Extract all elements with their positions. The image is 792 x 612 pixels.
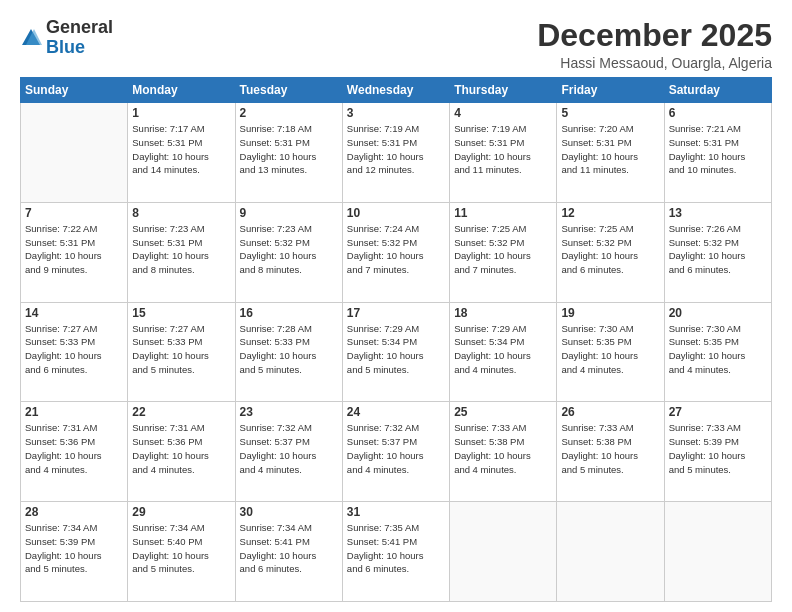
table-row: 1Sunrise: 7:17 AMSunset: 5:31 PMDaylight… [21,103,772,203]
table-cell: 24Sunrise: 7:32 AMSunset: 5:37 PMDayligh… [342,402,449,502]
day-number: 16 [240,306,338,320]
day-number: 21 [25,405,123,419]
col-monday: Monday [128,78,235,103]
logo-blue-text: Blue [46,37,85,57]
col-saturday: Saturday [664,78,771,103]
table-cell: 15Sunrise: 7:27 AMSunset: 5:33 PMDayligh… [128,302,235,402]
table-cell: 1Sunrise: 7:17 AMSunset: 5:31 PMDaylight… [128,103,235,203]
day-number: 30 [240,505,338,519]
day-info: Sunrise: 7:31 AMSunset: 5:36 PMDaylight:… [25,421,123,476]
table-cell [557,502,664,602]
table-cell: 21Sunrise: 7:31 AMSunset: 5:36 PMDayligh… [21,402,128,502]
day-number: 12 [561,206,659,220]
table-cell: 12Sunrise: 7:25 AMSunset: 5:32 PMDayligh… [557,202,664,302]
table-cell [450,502,557,602]
table-cell: 4Sunrise: 7:19 AMSunset: 5:31 PMDaylight… [450,103,557,203]
day-number: 15 [132,306,230,320]
day-info: Sunrise: 7:25 AMSunset: 5:32 PMDaylight:… [561,222,659,277]
table-cell: 9Sunrise: 7:23 AMSunset: 5:32 PMDaylight… [235,202,342,302]
day-number: 7 [25,206,123,220]
day-info: Sunrise: 7:19 AMSunset: 5:31 PMDaylight:… [347,122,445,177]
day-info: Sunrise: 7:28 AMSunset: 5:33 PMDaylight:… [240,322,338,377]
table-row: 21Sunrise: 7:31 AMSunset: 5:36 PMDayligh… [21,402,772,502]
day-info: Sunrise: 7:18 AMSunset: 5:31 PMDaylight:… [240,122,338,177]
day-number: 14 [25,306,123,320]
day-info: Sunrise: 7:34 AMSunset: 5:39 PMDaylight:… [25,521,123,576]
day-info: Sunrise: 7:19 AMSunset: 5:31 PMDaylight:… [454,122,552,177]
col-wednesday: Wednesday [342,78,449,103]
table-row: 28Sunrise: 7:34 AMSunset: 5:39 PMDayligh… [21,502,772,602]
table-cell: 23Sunrise: 7:32 AMSunset: 5:37 PMDayligh… [235,402,342,502]
day-number: 17 [347,306,445,320]
table-cell: 31Sunrise: 7:35 AMSunset: 5:41 PMDayligh… [342,502,449,602]
day-number: 27 [669,405,767,419]
day-number: 18 [454,306,552,320]
table-cell: 2Sunrise: 7:18 AMSunset: 5:31 PMDaylight… [235,103,342,203]
table-cell: 17Sunrise: 7:29 AMSunset: 5:34 PMDayligh… [342,302,449,402]
day-number: 6 [669,106,767,120]
table-cell: 11Sunrise: 7:25 AMSunset: 5:32 PMDayligh… [450,202,557,302]
day-number: 2 [240,106,338,120]
day-number: 25 [454,405,552,419]
day-number: 20 [669,306,767,320]
day-info: Sunrise: 7:32 AMSunset: 5:37 PMDaylight:… [240,421,338,476]
day-number: 4 [454,106,552,120]
day-info: Sunrise: 7:27 AMSunset: 5:33 PMDaylight:… [132,322,230,377]
day-info: Sunrise: 7:29 AMSunset: 5:34 PMDaylight:… [454,322,552,377]
table-cell: 3Sunrise: 7:19 AMSunset: 5:31 PMDaylight… [342,103,449,203]
table-cell: 30Sunrise: 7:34 AMSunset: 5:41 PMDayligh… [235,502,342,602]
day-number: 26 [561,405,659,419]
day-info: Sunrise: 7:21 AMSunset: 5:31 PMDaylight:… [669,122,767,177]
table-row: 7Sunrise: 7:22 AMSunset: 5:31 PMDaylight… [21,202,772,302]
day-info: Sunrise: 7:23 AMSunset: 5:32 PMDaylight:… [240,222,338,277]
col-friday: Friday [557,78,664,103]
logo: General Blue [20,18,113,58]
day-number: 24 [347,405,445,419]
day-info: Sunrise: 7:20 AMSunset: 5:31 PMDaylight:… [561,122,659,177]
table-cell: 19Sunrise: 7:30 AMSunset: 5:35 PMDayligh… [557,302,664,402]
table-cell: 20Sunrise: 7:30 AMSunset: 5:35 PMDayligh… [664,302,771,402]
day-info: Sunrise: 7:33 AMSunset: 5:38 PMDaylight:… [454,421,552,476]
day-number: 11 [454,206,552,220]
col-tuesday: Tuesday [235,78,342,103]
logo-general-text: General [46,17,113,37]
page: General Blue December 2025 Hassi Messaou… [0,0,792,612]
table-cell: 5Sunrise: 7:20 AMSunset: 5:31 PMDaylight… [557,103,664,203]
table-cell: 18Sunrise: 7:29 AMSunset: 5:34 PMDayligh… [450,302,557,402]
header: General Blue December 2025 Hassi Messaou… [20,18,772,71]
day-number: 1 [132,106,230,120]
calendar-table: Sunday Monday Tuesday Wednesday Thursday… [20,77,772,602]
day-number: 10 [347,206,445,220]
day-info: Sunrise: 7:29 AMSunset: 5:34 PMDaylight:… [347,322,445,377]
day-info: Sunrise: 7:34 AMSunset: 5:41 PMDaylight:… [240,521,338,576]
day-number: 13 [669,206,767,220]
day-info: Sunrise: 7:30 AMSunset: 5:35 PMDaylight:… [561,322,659,377]
table-cell: 16Sunrise: 7:28 AMSunset: 5:33 PMDayligh… [235,302,342,402]
day-info: Sunrise: 7:31 AMSunset: 5:36 PMDaylight:… [132,421,230,476]
table-row: 14Sunrise: 7:27 AMSunset: 5:33 PMDayligh… [21,302,772,402]
day-info: Sunrise: 7:25 AMSunset: 5:32 PMDaylight:… [454,222,552,277]
col-thursday: Thursday [450,78,557,103]
day-number: 22 [132,405,230,419]
day-info: Sunrise: 7:34 AMSunset: 5:40 PMDaylight:… [132,521,230,576]
day-info: Sunrise: 7:17 AMSunset: 5:31 PMDaylight:… [132,122,230,177]
table-cell [664,502,771,602]
table-cell: 28Sunrise: 7:34 AMSunset: 5:39 PMDayligh… [21,502,128,602]
title-block: December 2025 Hassi Messaoud, Ouargla, A… [537,18,772,71]
table-cell: 14Sunrise: 7:27 AMSunset: 5:33 PMDayligh… [21,302,128,402]
day-info: Sunrise: 7:27 AMSunset: 5:33 PMDaylight:… [25,322,123,377]
table-cell: 22Sunrise: 7:31 AMSunset: 5:36 PMDayligh… [128,402,235,502]
table-cell [21,103,128,203]
day-info: Sunrise: 7:33 AMSunset: 5:39 PMDaylight:… [669,421,767,476]
month-title: December 2025 [537,18,772,53]
day-info: Sunrise: 7:30 AMSunset: 5:35 PMDaylight:… [669,322,767,377]
day-number: 23 [240,405,338,419]
table-cell: 29Sunrise: 7:34 AMSunset: 5:40 PMDayligh… [128,502,235,602]
logo-icon [20,27,42,49]
day-number: 28 [25,505,123,519]
day-number: 31 [347,505,445,519]
day-number: 19 [561,306,659,320]
calendar-header-row: Sunday Monday Tuesday Wednesday Thursday… [21,78,772,103]
day-number: 8 [132,206,230,220]
day-info: Sunrise: 7:33 AMSunset: 5:38 PMDaylight:… [561,421,659,476]
